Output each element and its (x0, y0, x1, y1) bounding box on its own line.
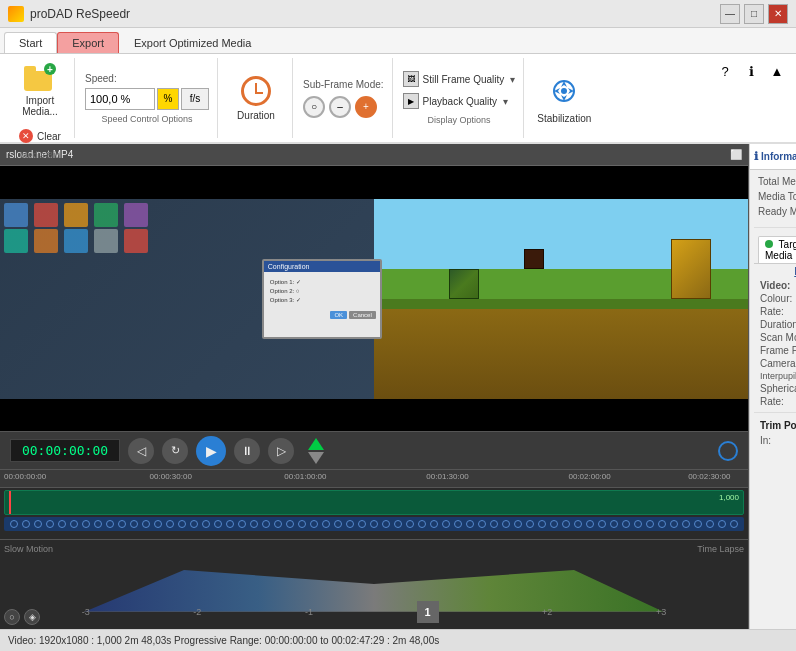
play-button[interactable]: ▶ (196, 436, 226, 466)
speed-label: Speed: (85, 73, 209, 84)
detail-in: In: 0 (754, 434, 796, 447)
speed-control-label: Speed Control Options (85, 114, 209, 124)
detail-rate2-label: Rate: (760, 396, 784, 407)
timeline-playhead (9, 491, 11, 514)
clear-icon: ✕ (19, 129, 33, 143)
window-controls: — □ ✕ (720, 4, 788, 24)
slow-motion-label: Slow Motion (4, 544, 53, 554)
info-divider-2 (754, 412, 796, 413)
media-to-create-label: Media To Create: (758, 191, 796, 202)
graph-ctrl-btn-2[interactable]: ◈ (24, 609, 40, 625)
playback-label: Playback Quality (423, 96, 497, 107)
target-media-tab[interactable]: Target Media (758, 236, 796, 263)
ribbon-toolbar: + Import Media... ✕ Clear Media Bin Spee… (0, 54, 796, 144)
loop-button[interactable]: ↻ (162, 438, 188, 464)
detail-in-label: In: (760, 435, 771, 446)
clear-button[interactable]: ✕ Clear (14, 126, 66, 146)
desktop-icons (4, 203, 152, 253)
still-frame-row: 🖼 Still Frame Quality ▾ (403, 71, 516, 87)
right-panel-tabs: ℹ Information ■ Media Bin (750, 144, 796, 170)
playback-dropdown[interactable]: ▾ (503, 96, 508, 107)
prev-frame-button[interactable]: ◁ (128, 438, 154, 464)
minimize-button[interactable]: — (720, 4, 740, 24)
ruler-t1: 00:00:30:00 (150, 472, 192, 481)
detail-rate: Rate: 3 (754, 305, 796, 318)
video-container: Configuration Option 1: ✓ Option 2: ○ Op… (0, 166, 748, 431)
speed-graph-controls: ○ ◈ (0, 609, 44, 625)
toolbar-right-icons: ? ℹ ▲ (714, 60, 788, 82)
subframe-btn-minus[interactable]: – (329, 96, 351, 118)
total-media-label: Total Media: (758, 176, 796, 187)
status-text: Video: 1920x1080 : 1,000 2m 48,03s Progr… (8, 635, 439, 646)
speed-markers: -3 -2 -1 1 +2 +3 (0, 601, 748, 623)
import-media-label: Import Media... (17, 95, 63, 117)
edit-link[interactable]: Edit ... (754, 264, 796, 279)
subframe-btn-circle[interactable]: ○ (303, 96, 325, 118)
media-bin-group: + Import Media... ✕ Clear Media Bin (6, 58, 75, 138)
tab-export-optimized[interactable]: Export Optimized Media (119, 32, 266, 53)
detail-frame-packing-label: Frame Packing: (760, 345, 796, 356)
detail-video: Video: 1 (754, 279, 796, 292)
import-media-button[interactable]: + Import Media... (14, 58, 66, 122)
main-content: rsload.net.MP4 ⬜ (0, 144, 796, 629)
svg-point-1 (561, 88, 567, 94)
close-button[interactable]: ✕ (768, 4, 788, 24)
detail-spherical: Spherical: (754, 382, 796, 395)
circle-indicator (718, 441, 738, 461)
duration-button[interactable]: Duration (230, 71, 282, 126)
pause-button[interactable]: ⏸ (234, 438, 260, 464)
playback-controls: 00:00:00:00 ◁ ↻ ▶ ⏸ ▷ (0, 431, 748, 469)
subframe-group: Sub-Frame Mode: ○ – + (295, 58, 393, 138)
speed-control-group: Speed: % f/s Speed Control Options (77, 58, 218, 138)
expand-icon[interactable]: ⬜ (730, 149, 742, 160)
help-button[interactable]: ? (714, 60, 736, 82)
video-title-bar: rsload.net.MP4 ⬜ (0, 144, 748, 166)
info-tab[interactable]: ℹ Information (750, 144, 796, 169)
next-frame-button[interactable]: ▷ (268, 438, 294, 464)
subframe-buttons: ○ – + (303, 96, 384, 118)
target-source-tabs: Target Media Sour (754, 232, 796, 264)
still-frame-dropdown[interactable]: ▾ (510, 74, 515, 85)
info-tab-label: Information (761, 151, 796, 162)
stabilization-label: Stabilization (537, 113, 591, 124)
marker-p3: +3 (656, 607, 666, 617)
detail-spherical-label: Spherical: (760, 383, 796, 394)
detail-camera-type: Camera Type: (754, 357, 796, 370)
subframe-btn-plus[interactable]: + (355, 96, 377, 118)
arrow-up[interactable] (308, 438, 324, 450)
pct-label: % (164, 93, 173, 104)
tab-export[interactable]: Export (57, 32, 119, 53)
window-title: proDAD ReSpeedr (30, 7, 720, 21)
speed-input[interactable] (85, 88, 155, 110)
tab-start[interactable]: Start (4, 32, 57, 53)
ribbon-tabs: Start Export Export Optimized Media (0, 28, 796, 54)
maximize-button[interactable]: □ (744, 4, 764, 24)
info-divider-1 (754, 227, 796, 228)
detail-scan-mode-label: Scan Mode: (760, 332, 796, 343)
detail-interpupillary-label: Interpupillary Distance: (760, 371, 796, 381)
total-media-row: Total Media: 1 File (754, 174, 796, 189)
ruler-t3: 00:01:30:00 (426, 472, 468, 481)
still-frame-label: Still Frame Quality (423, 74, 505, 85)
playback-icon: ▶ (403, 93, 419, 109)
graph-ctrl-btn-1[interactable]: ○ (4, 609, 20, 625)
detail-duration: Duration: 2 (754, 318, 796, 331)
info-button[interactable]: ℹ (740, 60, 762, 82)
ruler-t5: 00:02:30:00 (688, 472, 730, 481)
arrow-down[interactable] (308, 452, 324, 464)
ruler-t0: 00:00:00:00 (4, 472, 46, 481)
trim-points-label: Trim Points: (760, 420, 796, 431)
timeline-value: 1,000 (719, 493, 739, 502)
stabilization-button[interactable]: Stabilization (538, 68, 590, 129)
arrow-cluster (308, 438, 324, 464)
minecraft-bg (374, 199, 748, 399)
detail-scan-mode: Scan Mode: P (754, 331, 796, 344)
playback-row: ▶ Playback Quality ▾ (403, 93, 516, 109)
display-options-group: 🖼 Still Frame Quality ▾ ▶ Playback Quali… (395, 58, 525, 138)
settings-button[interactable]: ▲ (766, 60, 788, 82)
timeline-track[interactable]: 1,000 (4, 490, 744, 515)
percent-button[interactable]: % (157, 88, 179, 110)
target-dot (765, 240, 773, 248)
ruler-t4: 00:02:00:00 (568, 472, 610, 481)
speed-input-row: % f/s (85, 88, 209, 110)
